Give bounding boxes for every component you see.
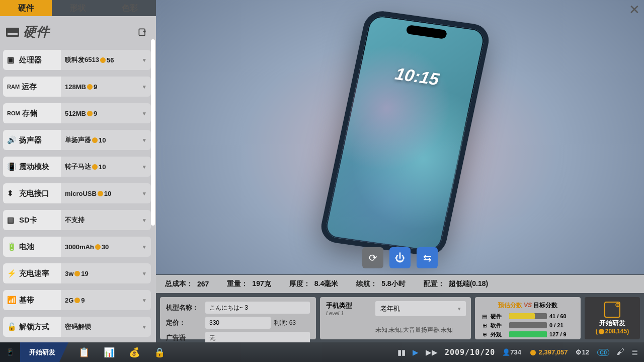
spec-select[interactable]: 128MB9▾ (61, 77, 151, 97)
start-rd-cost: (208,145) (596, 328, 629, 335)
spec-label: 🔊扬声器 (3, 130, 61, 150)
tab-color[interactable]: 色彩 (104, 0, 155, 16)
bottom-dock: 📱 开始研发 📋 📊 💰 🔒 ▮▮ ▶ ▶▶ 2009/10/20 👤734 2… (0, 342, 644, 362)
home-button[interactable]: 📱 (0, 342, 20, 362)
svg-rect-0 (139, 29, 145, 35)
chevron-down-icon: ▾ (458, 306, 461, 312)
money-stat: 2,397,057 (529, 348, 568, 356)
spec-label: ROM存储 (3, 103, 61, 123)
flip-button[interactable]: ⇆ (417, 247, 438, 268)
spec-row-7: 🔋电池 3000mAh30▾ (3, 237, 151, 257)
game-date: 2009/10/20 (445, 348, 495, 357)
start-rd-label: 开始研发 (599, 319, 625, 328)
hardware-sidebar: 硬件 ▣处理器 联科发651356▾RAM运存 128MB9▾ROM存储 512… (0, 16, 156, 343)
phone-notch (406, 25, 447, 39)
fast-forward-button[interactable]: ▶▶ (426, 348, 438, 357)
tier-label: 配置： (424, 279, 445, 288)
score-card: 预估分数 VS 目标分数 ▤硬件 41 / 60⊞软件 0 / 21⊕外观 12… (475, 297, 581, 339)
thickness-value: 8.4毫米 (314, 279, 338, 288)
weight-label: 重量： (227, 279, 248, 288)
chevron-down-icon: ▾ (143, 164, 146, 170)
phone-type-select[interactable]: 老年机 ▾ (375, 301, 466, 316)
chevron-down-icon: ▾ (143, 217, 146, 224)
spec-row-5: ⬍充电接口 microUSB10▾ (3, 183, 151, 203)
chevron-down-icon: ▾ (143, 57, 146, 63)
battery-life-label: 续航： (356, 279, 377, 288)
research-stat: ⚙12 (576, 348, 589, 356)
spec-row-0: ▣处理器 联科发651356▾ (3, 50, 151, 70)
profit-label: 利润: 63 (274, 319, 310, 327)
population-stat: 👤734 (502, 348, 521, 356)
spec-select[interactable]: 转子马达10▾ (61, 157, 151, 177)
chip-icon (604, 302, 620, 318)
spec-select[interactable]: microUSB10▾ (61, 183, 151, 203)
model-name-label: 机型名称： (166, 303, 202, 312)
spec-label: ⬍充电接口 (3, 183, 61, 203)
stats-bar: 总成本： 267 重量： 197克 厚度： 8.4毫米 续航： 5.8小时 配置… (156, 275, 644, 293)
score-row: ⊕外观 127 / 9 (481, 330, 575, 339)
spec-row-9: 📶基带 2G9▾ (3, 290, 151, 310)
spec-row-1: RAM运存 128MB9▾ (3, 77, 151, 97)
money-icon[interactable]: 💰 (129, 347, 140, 358)
spec-select[interactable]: 不支持▾ (61, 210, 151, 230)
phone-render[interactable]: 10:15 (318, 9, 492, 258)
phone-type-tags: 未知,未知,大音量扬声器,未知 (375, 326, 453, 334)
spec-label: ▣处理器 (3, 50, 61, 70)
rotate-button[interactable]: ⟳ (362, 247, 383, 268)
spec-select[interactable]: 单扬声器10▾ (61, 130, 151, 150)
contacts-icon[interactable]: 📋 (78, 347, 90, 358)
start-rd-card[interactable]: 开始研发 (208,145) (585, 297, 640, 339)
spec-label: 📳震动模块 (3, 157, 61, 177)
c0-stat: C0 (597, 349, 609, 356)
phone-type-value: 老年机 (380, 304, 400, 313)
spec-row-4: 📳震动模块 转子马达10▾ (3, 157, 151, 177)
spec-select[interactable]: 3000mAh30▾ (61, 237, 151, 257)
chevron-down-icon: ▾ (143, 110, 146, 117)
model-info-card: 机型名称： こんにちは~ 3 定价： 330 利润: 63 广告语 无 (160, 297, 316, 339)
spec-row-2: ROM存储 512MB9▾ (3, 103, 151, 123)
theme-button[interactable]: 🖌 (616, 347, 624, 357)
chevron-down-icon: ▾ (143, 190, 146, 197)
chevron-down-icon: ▾ (143, 137, 146, 143)
score-row: ⊞软件 0 / 21 (481, 321, 575, 330)
stats-icon[interactable]: 📊 (104, 347, 115, 358)
menu-button[interactable]: ≣ (631, 347, 638, 357)
tab-hardware[interactable]: 硬件 (0, 0, 52, 16)
phone-clock: 10:15 (358, 59, 476, 94)
chevron-down-icon: ▾ (143, 324, 146, 330)
chevron-down-icon: ▾ (143, 84, 146, 90)
sidebar-scrollbar[interactable] (151, 39, 155, 226)
play-button[interactable]: ▶ (413, 348, 419, 357)
close-button[interactable]: ✕ (629, 2, 640, 18)
slogan-label: 广告语 (166, 333, 202, 342)
spec-select[interactable]: 联科发651356▾ (61, 50, 151, 70)
price-input[interactable]: 330 (205, 317, 271, 329)
spec-label: ▤SD卡 (3, 210, 61, 230)
store-icon[interactable]: 🔒 (154, 347, 165, 358)
battery-life-value: 5.8小时 (381, 279, 405, 288)
est-score-label: 预估分数 (498, 302, 522, 309)
spec-row-3: 🔊扬声器 单扬声器10▾ (3, 130, 151, 150)
chevron-down-icon: ▾ (143, 270, 146, 277)
spec-label: 🔓解锁方式 (3, 317, 61, 337)
spec-select[interactable]: 密码解锁▾ (61, 317, 151, 337)
phone-type-card: 手机类型 Level 1 老年机 ▾ 未知,未知,大音量扬声器,未知 (320, 297, 471, 339)
export-button[interactable] (135, 25, 150, 40)
spec-label: RAM运存 (3, 77, 61, 97)
spec-select[interactable]: 2G9▾ (61, 290, 151, 310)
spec-label: 🔋电池 (3, 237, 61, 257)
spec-select[interactable]: 512MB9▾ (61, 103, 151, 123)
spec-label: ⚡充电速率 (3, 263, 61, 283)
spec-select[interactable]: 3w19▾ (61, 263, 151, 283)
tab-shape[interactable]: 形状 (52, 0, 104, 16)
pause-button[interactable]: ▮▮ (397, 348, 406, 357)
thickness-label: 厚度： (289, 279, 310, 288)
weight-value: 197克 (252, 279, 271, 288)
phone-preview: 10:15 ⟳ ⏻ ⇆ (156, 0, 644, 274)
sidebar-title: 硬件 (23, 23, 49, 41)
hardware-icon (6, 28, 19, 37)
rd-status[interactable]: 开始研发 (20, 342, 68, 362)
model-name-input[interactable]: こんにちは~ 3 (205, 302, 310, 314)
power-button[interactable]: ⏻ (389, 247, 411, 268)
target-score-label: 目标分数 (533, 302, 557, 309)
